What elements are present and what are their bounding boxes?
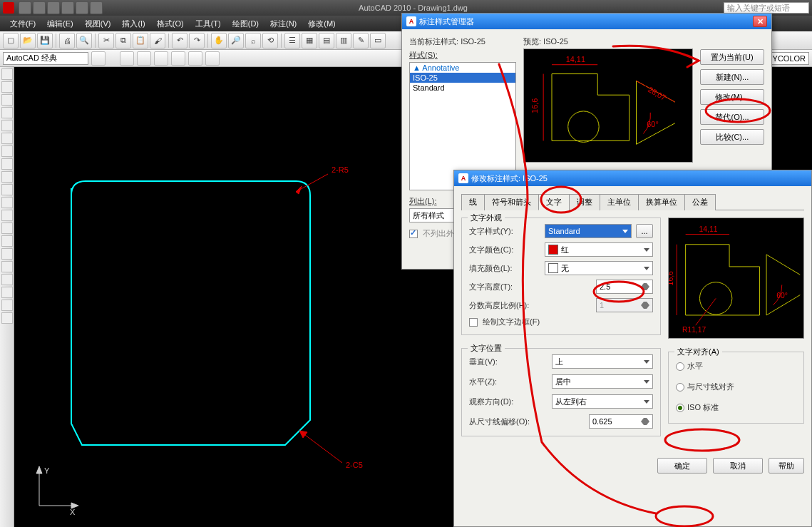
tool-properties-icon[interactable]: ☰ <box>284 33 300 48</box>
override-style-button[interactable]: 替代(O)... <box>700 109 764 125</box>
menu-view[interactable]: 视图(V) <box>81 17 115 31</box>
tool-zoom-icon[interactable]: 🔎 <box>228 33 244 48</box>
help-button[interactable]: 帮助 <box>769 458 804 474</box>
draw-frame-check[interactable] <box>469 318 478 327</box>
menu-edit[interactable]: 编辑(E) <box>43 17 78 31</box>
style-item-iso25[interactable]: ISO-25 <box>410 73 515 83</box>
menu-file[interactable]: 文件(F) <box>6 17 40 31</box>
tab-fit[interactable]: 调整 <box>569 194 600 210</box>
text-color-combo[interactable]: 红 <box>545 242 653 257</box>
ok-button[interactable]: 确定 <box>657 458 707 474</box>
tool-redo-icon[interactable]: ↷ <box>189 33 205 48</box>
tool-pan-icon[interactable]: ✋ <box>211 33 227 48</box>
app-logo[interactable] <box>3 2 14 14</box>
qat-undo-icon[interactable] <box>61 1 74 14</box>
tab-lines[interactable]: 线 <box>461 194 485 210</box>
tool-mtext-icon[interactable] <box>1 300 13 311</box>
tool-designcenter-icon[interactable]: ▦ <box>302 33 317 48</box>
text-height-spinner[interactable]: 2.5 <box>596 280 653 294</box>
qat-open-icon[interactable] <box>33 1 46 14</box>
tool-circle-icon[interactable] <box>1 145 13 157</box>
qat-new-icon[interactable] <box>19 1 31 14</box>
qat-save-icon[interactable] <box>47 1 60 14</box>
compare-style-button[interactable]: 比较(C)... <box>700 129 764 145</box>
dlg2-titlebar[interactable]: A 修改标注样式: ISO-25 <box>454 170 811 186</box>
tool-region-icon[interactable] <box>1 274 13 285</box>
workspace-combo[interactable]: AutoCAD 经典 <box>3 52 88 65</box>
tab-tolerance[interactable]: 公差 <box>684 194 716 210</box>
tool-save-icon[interactable]: 💾 <box>37 33 53 48</box>
style-item-annotative[interactable]: ▲ Annotative <box>410 63 515 73</box>
tool-line-icon[interactable] <box>1 68 13 80</box>
tool-plot-icon[interactable]: 🖨 <box>59 33 75 48</box>
qat-print-icon[interactable] <box>90 1 103 14</box>
tool-gradient-icon[interactable] <box>1 261 13 272</box>
layer-states-icon[interactable] <box>137 51 151 66</box>
menu-draw[interactable]: 绘图(D) <box>228 17 263 31</box>
tool-hatch-icon[interactable] <box>1 248 13 260</box>
new-style-button[interactable]: 新建(N)... <box>700 69 764 85</box>
tool-zoomwin-icon[interactable]: ⌕ <box>245 33 261 48</box>
tool-undo-icon[interactable]: ↶ <box>172 33 187 48</box>
tab-primary[interactable]: 主单位 <box>600 194 639 210</box>
style-item-standard[interactable]: Standard <box>410 83 515 93</box>
qat-redo-icon[interactable] <box>76 1 88 14</box>
menu-tools[interactable]: 工具(T) <box>191 17 225 31</box>
menu-modify[interactable]: 修改(M) <box>304 17 340 31</box>
layer-color-icon[interactable] <box>205 51 220 66</box>
vertical-combo[interactable]: 上 <box>552 354 653 369</box>
cancel-button[interactable]: 取消 <box>713 458 763 474</box>
set-current-button[interactable]: 置为当前(U) <box>700 49 764 65</box>
align-horiz-radio[interactable]: 水平 <box>676 361 796 372</box>
tab-alternate[interactable]: 换算单位 <box>638 194 685 210</box>
tool-preview-icon[interactable]: 🔍 <box>76 33 92 48</box>
modify-style-button[interactable]: 修改(M)... <box>700 89 764 105</box>
tab-symbols[interactable]: 符号和箭头 <box>484 194 539 210</box>
horizontal-combo[interactable]: 居中 <box>552 374 653 389</box>
offset-spinner[interactable]: 0.625 <box>589 414 653 429</box>
tool-pline-icon[interactable] <box>1 94 13 106</box>
tool-table-icon[interactable] <box>1 287 13 298</box>
help-search-input[interactable]: 输入关键字或短语 <box>724 2 809 14</box>
tool-rectangle-icon[interactable] <box>1 120 13 131</box>
tool-markup-icon[interactable]: ✎ <box>353 33 369 48</box>
tool-arc-icon[interactable] <box>1 133 13 144</box>
tool-xline-icon[interactable] <box>1 81 13 93</box>
tool-block-icon[interactable] <box>1 222 13 234</box>
layer-lock-icon[interactable] <box>188 51 202 66</box>
fill-color-combo[interactable]: 无 <box>545 261 653 275</box>
layer-freeze-icon[interactable] <box>154 51 168 66</box>
dlg1-close-icon[interactable]: ✕ <box>753 16 767 27</box>
tool-insert-icon[interactable] <box>1 210 13 221</box>
tool-calc-icon[interactable]: ▭ <box>370 33 386 48</box>
tool-sheetset-icon[interactable]: ▥ <box>336 33 351 48</box>
dlg1-titlebar[interactable]: A 标注样式管理器 ✕ <box>402 14 771 29</box>
menu-format[interactable]: 格式(O) <box>153 17 188 31</box>
tab-text[interactable]: 文字 <box>538 194 570 210</box>
ws-settings-icon[interactable] <box>91 51 106 66</box>
tool-spline-icon[interactable] <box>1 171 13 183</box>
tool-ellipsearc-icon[interactable] <box>1 197 13 208</box>
menu-dimension[interactable]: 标注(N) <box>266 17 301 31</box>
tool-new-icon[interactable]: ▢ <box>3 33 19 48</box>
tool-zoomprev-icon[interactable]: ⟲ <box>262 33 278 48</box>
text-style-combo[interactable]: Standard <box>545 224 632 238</box>
align-iso-radio[interactable]: ISO 标准 <box>676 402 796 413</box>
viewdir-combo[interactable]: 从左到右 <box>552 394 653 409</box>
tool-toolpalettes-icon[interactable]: ▤ <box>319 33 334 48</box>
text-style-browse-button[interactable]: ... <box>636 224 653 238</box>
tool-revcloud-icon[interactable] <box>1 158 13 170</box>
layer-off-icon[interactable] <box>171 51 185 66</box>
tool-paste-icon[interactable]: 📋 <box>133 33 148 48</box>
align-dimline-radio[interactable]: 与尺寸线对齐 <box>676 382 796 392</box>
tool-ellipse-icon[interactable] <box>1 184 13 195</box>
tool-addselected-icon[interactable] <box>1 312 13 324</box>
tool-open-icon[interactable]: 📂 <box>20 33 36 48</box>
layer-manager-icon[interactable] <box>120 51 134 66</box>
tool-point-icon[interactable] <box>1 235 13 247</box>
tool-polygon-icon[interactable] <box>1 107 13 118</box>
tool-cut-icon[interactable]: ✂ <box>98 33 114 48</box>
tool-copy-icon[interactable]: ⧉ <box>115 33 131 48</box>
menu-insert[interactable]: 插入(I) <box>118 17 149 31</box>
tool-matchprop-icon[interactable]: 🖌 <box>150 33 165 48</box>
